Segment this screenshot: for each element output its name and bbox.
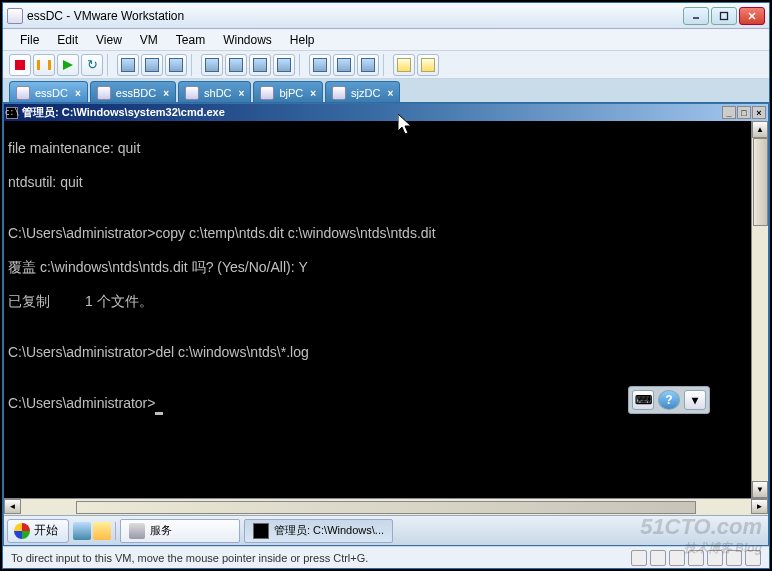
tab-label: shDC [204,87,232,99]
hdd-icon[interactable] [631,550,647,566]
taskbar-item-services[interactable]: 服务 [120,519,240,543]
tab-label: sjzDC [351,87,380,99]
printer-icon[interactable] [745,550,761,566]
vm-icon [16,86,30,100]
menu-help[interactable]: Help [281,31,324,49]
window-title: essDC - VMware Workstation [27,9,683,23]
tab-bjpc[interactable]: bjPC× [253,81,323,102]
titlebar[interactable]: essDC - VMware Workstation [3,3,769,29]
app-icon [7,8,23,24]
poweroff-icon[interactable] [9,54,31,76]
cmd-icon [253,523,269,539]
windows-logo-icon [14,523,30,539]
revert-icon[interactable] [141,54,163,76]
cmd-icon: c:\ [6,107,18,119]
close-tab-icon[interactable]: × [310,88,316,99]
quickswitch-icon[interactable] [225,54,247,76]
vmware-main-window: essDC - VMware Workstation File Edit Vie… [2,2,770,569]
scroll-thumb[interactable] [753,138,768,226]
term-line: file maintenance: quit [8,140,751,157]
cmd-title-text: 管理员: C:\Windows\system32\cmd.exe [22,105,718,120]
vm-icon [97,86,111,100]
cmd-minimize-icon[interactable]: _ [722,106,736,119]
dropdown-icon[interactable]: ▾ [684,390,706,410]
cmd-maximize-icon[interactable]: □ [737,106,751,119]
explorer-icon[interactable] [93,522,111,540]
snapshot-icon[interactable] [117,54,139,76]
tab-sjzdc[interactable]: sjzDC× [325,81,400,102]
menu-file[interactable]: File [11,31,48,49]
sound-icon[interactable] [726,550,742,566]
separator [107,54,113,76]
replay-icon[interactable] [393,54,415,76]
start-button[interactable]: 开始 [7,519,69,543]
tab-essdc[interactable]: essDC× [9,81,88,102]
separator [299,54,305,76]
menu-windows[interactable]: Windows [214,31,281,49]
close-button[interactable] [739,7,765,25]
replay-mgr-icon[interactable] [417,54,439,76]
cd-icon[interactable] [650,550,666,566]
services-icon [129,523,145,539]
tab-essbdc[interactable]: essBDC× [90,81,176,102]
statusbar: To direct input to this VM, move the mou… [3,546,769,568]
menu-team[interactable]: Team [167,31,214,49]
tab-label: bjPC [279,87,303,99]
show-console-icon[interactable] [201,54,223,76]
cmd-close-icon[interactable]: × [752,106,766,119]
terminal[interactable]: file maintenance: quit ntdsutil: quit C:… [4,121,751,498]
close-tab-icon[interactable]: × [387,88,393,99]
appliance-icon[interactable] [333,54,355,76]
menu-vm[interactable]: VM [131,31,167,49]
menu-view[interactable]: View [87,31,131,49]
scroll-right-icon[interactable]: ► [751,499,768,514]
vm-icon [332,86,346,100]
maximize-button[interactable] [711,7,737,25]
tab-label: essDC [35,87,68,99]
guest-display[interactable]: c:\ 管理员: C:\Windows\system32\cmd.exe _ □… [3,103,769,546]
scroll-down-icon[interactable]: ▼ [752,481,768,498]
term-line: 已复制 1 个文件。 [8,293,751,310]
nic-icon[interactable] [688,550,704,566]
separator [383,54,389,76]
suspend-icon[interactable] [33,54,55,76]
tab-label: essBDC [116,87,156,99]
cmd-titlebar[interactable]: c:\ 管理员: C:\Windows\system32\cmd.exe _ □… [4,104,768,121]
status-hint: To direct input to this VM, move the mou… [11,552,368,564]
close-tab-icon[interactable]: × [75,88,81,99]
cursor-icon [155,412,163,415]
floppy-icon[interactable] [669,550,685,566]
quick-launch [73,522,116,540]
poweron-icon[interactable] [57,54,79,76]
term-line: C:\Users\administrator>del c:\windows\nt… [8,344,751,361]
scroll-up-icon[interactable]: ▲ [752,121,768,138]
close-tab-icon[interactable]: × [239,88,245,99]
start-label: 开始 [34,522,58,539]
vm-icon [185,86,199,100]
horizontal-scrollbar[interactable]: ◄ ► [4,498,768,515]
keyboard-icon[interactable]: ⌨ [632,390,654,410]
scroll-thumb[interactable] [76,501,697,514]
tab-shdc[interactable]: shDC× [178,81,251,102]
snap-mgr-icon[interactable] [165,54,187,76]
show-desktop-icon[interactable] [73,522,91,540]
help-icon[interactable]: ? [658,390,680,410]
fullscreen-icon[interactable] [249,54,271,76]
menubar: File Edit View VM Team Windows Help [3,29,769,51]
summary-icon[interactable] [309,54,331,76]
usb-icon[interactable] [707,550,723,566]
close-tab-icon[interactable]: × [163,88,169,99]
term-line: ntdsutil: quit [8,174,751,191]
unity-icon[interactable] [273,54,295,76]
taskbar-item-label: 服务 [150,523,172,538]
taskbar-item-cmd[interactable]: 管理员: C:\Windows\... [244,519,393,543]
scroll-left-icon[interactable]: ◄ [4,499,21,514]
capture-icon[interactable] [357,54,379,76]
vertical-scrollbar[interactable]: ▲ ▼ [751,121,768,498]
minimize-button[interactable] [683,7,709,25]
term-line: 覆盖 c:\windows\ntds\ntds.dit 吗? (Yes/No/A… [8,259,751,276]
term-line: C:\Users\administrator>copy c:\temp\ntds… [8,225,751,242]
reset-icon[interactable] [81,54,103,76]
floating-toolbox[interactable]: ⌨ ? ▾ [628,386,710,414]
menu-edit[interactable]: Edit [48,31,87,49]
